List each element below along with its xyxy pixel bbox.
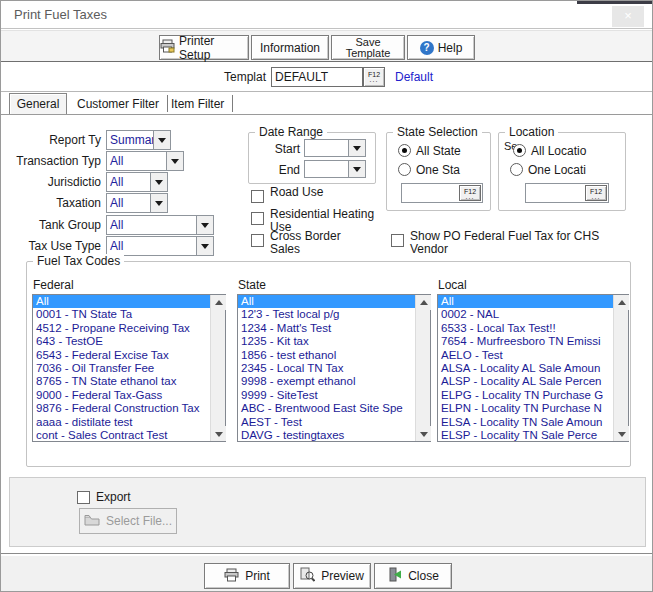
list-item[interactable]: 7654 - Murfreesboro TN Emissi [438,335,613,348]
chevron-down-icon[interactable] [196,237,213,255]
cross-border-sales-checkbox[interactable] [251,234,264,247]
state-lookup-f12-button[interactable]: F12 [459,185,481,201]
chevron-down-icon[interactable] [196,216,213,234]
list-item[interactable]: ALSP - Locality AL Sale Percen [438,375,613,388]
jurisdiction-dropdown[interactable]: All [106,172,168,192]
start-date-value [305,140,348,156]
list-item[interactable]: 0002 - NAL [438,308,613,321]
one-state-radio[interactable] [398,163,411,176]
list-item[interactable]: AELO - Test [438,349,613,362]
list-item[interactable]: ELPN - Locality TN Purchase N [438,402,613,415]
list-item[interactable]: All [33,295,210,308]
list-item[interactable]: 6543 - Federal Excise Tax [33,349,210,362]
scroll-up-icon[interactable] [614,295,629,310]
chevron-down-icon[interactable] [348,161,365,177]
information-button[interactable]: Information [251,35,329,60]
list-item[interactable]: 12'3 - Test local p/g [238,308,415,321]
list-item[interactable]: ELPG - Locality TN Purchase G [438,389,613,402]
title-bar: Print Fuel Taxes × [1,1,652,29]
list-item[interactable]: 7036 - Oil Transfer Fee [33,362,210,375]
road-use-checkbox[interactable] [251,190,264,203]
all-location-radio[interactable] [513,144,526,157]
save-template-button[interactable]: Save Template [331,35,405,60]
scroll-down-icon[interactable] [211,426,226,441]
printer-setup-button[interactable]: Printer Setup [159,35,249,60]
local-list-label: Local [438,278,467,292]
tab-item-filter[interactable]: Item Filter [163,95,233,112]
tab-general[interactable]: General [9,93,67,114]
list-item[interactable]: 4512 - Propane Receiving Tax [33,322,210,335]
state-list-label: State [238,278,266,292]
list-item[interactable]: ELSP - Locality TN Sale Perce [438,429,613,441]
local-listbox[interactable]: All0002 - NAL6533 - Local Tax Test!!7654… [437,294,629,442]
list-item[interactable]: 9876 - Federal Construction Tax [33,402,210,415]
list-item[interactable]: DAVG - testingtaxes [238,429,415,441]
show-po-federal-fuel-tax-checkbox[interactable] [391,234,404,247]
list-item[interactable]: ELSA - Locality TN Sale Amoun [438,416,613,429]
list-item[interactable]: 9998 - exempt ethanol [238,375,415,388]
chevron-down-icon[interactable] [348,140,365,156]
report-type-dropdown[interactable]: Summar [106,130,171,150]
list-item[interactable]: 1856 - test ethanol [238,349,415,362]
state-scrollbar[interactable] [415,295,430,441]
list-item[interactable]: 0001 - TN State Ta [33,308,210,321]
end-date-dropdown[interactable] [304,160,366,178]
template-lookup-f12-button[interactable]: F12 [363,67,385,87]
tab-content-border [1,114,652,115]
federal-list-items: All0001 - TN State Ta4512 - Propane Rece… [33,295,210,441]
scroll-down-icon[interactable] [614,426,629,441]
tab-customer-filter[interactable]: Customer Filter [69,95,168,112]
taxation-dropdown[interactable]: All [106,193,168,213]
list-item[interactable]: 1235 - Kit tax [238,335,415,348]
chevron-down-icon[interactable] [150,194,167,212]
scroll-up-icon[interactable] [416,295,431,310]
template-input[interactable] [271,67,363,87]
help-icon: ? [420,41,434,55]
location-lookup-f12-button[interactable]: F12 [585,185,607,201]
tank-group-label: Tank Group [1,215,101,232]
report-type-value: Summar [107,131,153,149]
list-item[interactable]: AEST - Test [238,416,415,429]
tank-group-dropdown[interactable]: All [106,215,214,235]
transaction-type-dropdown[interactable]: All [106,151,184,171]
list-item[interactable]: 643 - TestOE [33,335,210,348]
show-po-federal-fuel-tax-label: Show PO Federal Fuel Tax for CHS Vendor [410,230,636,256]
list-item[interactable]: 9000 - Federal Tax-Gass [33,389,210,402]
taxation-value: All [107,194,150,212]
tax-use-type-dropdown[interactable]: All [106,236,214,256]
location-lookup-field[interactable]: F12 [525,183,609,203]
list-item[interactable]: ABC - Brentwood East Site Spe [238,402,415,415]
one-location-radio[interactable] [510,163,523,176]
list-item[interactable]: ALSA - Locality AL Sale Amoun [438,362,613,375]
print-button[interactable]: Print [204,563,290,589]
chevron-down-icon[interactable] [150,173,167,191]
help-button[interactable]: ? Help [407,35,475,60]
local-scrollbar[interactable] [613,295,628,441]
chevron-down-icon[interactable] [153,131,170,149]
scroll-up-icon[interactable] [211,295,226,310]
close-icon[interactable]: × [612,6,644,27]
export-checkbox[interactable] [77,491,90,504]
list-item[interactable]: All [438,295,613,308]
list-item[interactable]: 8765 - TN State ethanol tax [33,375,210,388]
list-item[interactable]: All [238,295,415,308]
state-lookup-field[interactable]: F12 [401,183,483,203]
all-state-radio[interactable] [398,144,411,157]
close-button[interactable]: Close [374,563,452,589]
toolbar: Printer Setup Information Save Template … [1,30,652,62]
federal-scrollbar[interactable] [210,295,225,441]
state-listbox[interactable]: All12'3 - Test local p/g1234 - Matt's Te… [237,294,431,442]
list-item[interactable]: 2345 - Local TN Tax [238,362,415,375]
list-item[interactable]: 9999 - SiteTest [238,389,415,402]
residential-heating-use-checkbox[interactable] [251,212,264,225]
scroll-down-icon[interactable] [416,426,431,441]
federal-listbox[interactable]: All0001 - TN State Ta4512 - Propane Rece… [32,294,226,442]
preview-button[interactable]: Preview [293,563,371,589]
list-item[interactable]: aaaa - distilate test [33,416,210,429]
chevron-down-icon[interactable] [166,152,183,170]
list-item[interactable]: 6533 - Local Tax Test!! [438,322,613,335]
select-file-button[interactable]: Select File... [79,508,177,534]
list-item[interactable]: cont - Sales Contract Test [33,429,210,441]
start-date-dropdown[interactable] [304,139,366,157]
list-item[interactable]: 1234 - Matt's Test [238,322,415,335]
